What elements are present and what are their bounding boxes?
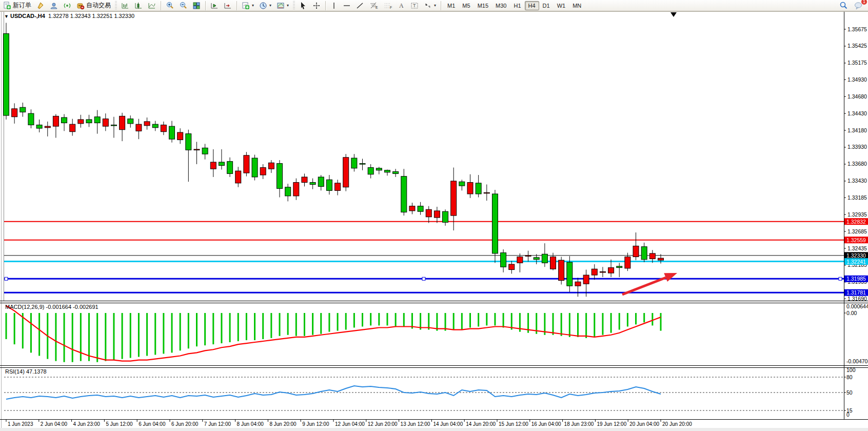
timeframe-m30[interactable]: M30: [492, 1, 510, 10]
tile-windows-button[interactable]: [190, 0, 203, 11]
vertical-line-button[interactable]: [328, 0, 340, 11]
new-order-button[interactable]: 新订单: [1, 0, 33, 11]
candle-body: [591, 269, 597, 275]
timeframe-d1[interactable]: D1: [539, 1, 554, 10]
toolbar-separator: [161, 1, 161, 10]
svg-text:F: F: [390, 6, 392, 9]
candle-body: [335, 183, 341, 190]
rsi-axis-label: 100: [846, 367, 856, 373]
autotrade-button[interactable]: 自动交易: [74, 0, 113, 11]
chart-shift-icon: [224, 2, 232, 10]
new-chart-icon: [242, 2, 250, 10]
text-button[interactable]: A: [396, 0, 407, 11]
zoom-in-icon: [166, 2, 174, 10]
rsi-label: RSI(14) 47.1378: [5, 368, 47, 375]
crosshair-button[interactable]: [310, 0, 323, 11]
grid-button[interactable]: F: [382, 0, 395, 11]
price-badge-label: 1.32241: [846, 259, 866, 265]
period-button[interactable]: ▾: [257, 0, 273, 11]
symbol-dropdown-icon[interactable]: ▼: [4, 14, 9, 19]
line-chart-icon: [148, 2, 156, 10]
horizontal-line-button[interactable]: [341, 0, 353, 11]
candle-body: [368, 168, 373, 174]
fibonacci-button[interactable]: E: [367, 0, 381, 11]
autotrade-icon: [76, 2, 85, 10]
timeframe-w1[interactable]: W1: [554, 1, 569, 10]
price-tick-label: 1.31690: [847, 296, 867, 302]
candle-body: [608, 268, 614, 273]
rsi-axis-label: 50: [846, 389, 853, 396]
autoscroll-icon: [210, 2, 219, 10]
candle-body: [277, 164, 283, 189]
text-label-button[interactable]: T: [408, 0, 421, 11]
toolbar-separator: [236, 1, 237, 10]
symbol-title-row[interactable]: ▼ USDCAD-,H4 1.32278 1.32343 1.32251 1.3…: [4, 13, 134, 19]
template-button[interactable]: ▾: [274, 0, 291, 11]
candle-body: [434, 211, 440, 218]
candle-body: [583, 275, 589, 284]
price-tick-label: 1.32935: [847, 211, 867, 218]
candle-body: [467, 183, 473, 194]
zoom-in-button[interactable]: [164, 0, 176, 11]
cursor-button[interactable]: [297, 0, 309, 11]
candle-body: [169, 126, 175, 139]
time-tick-label: 14 Jun 04:00: [433, 421, 463, 427]
trendline-button[interactable]: [354, 0, 366, 11]
candlestick-chart-button[interactable]: [132, 0, 145, 11]
candle-body: [401, 177, 407, 212]
profile-button[interactable]: [48, 0, 60, 11]
time-tick-label: 6 Jun 04:00: [139, 421, 166, 427]
macd-label: MACD(12,26,9) -0.001664 -0.002691: [5, 304, 98, 310]
candle-body: [62, 117, 67, 123]
timeframe-m1[interactable]: M1: [444, 1, 459, 10]
candle-body: [20, 107, 26, 112]
main-toolbar: 新订单 自动交易 ▾ ▾ ▾ E F A T ▾ M1M5M15M30H1H4D…: [0, 0, 868, 11]
timeframe-m5[interactable]: M5: [459, 1, 474, 10]
time-tick-label: 6 Jun 20:00: [171, 421, 199, 427]
hline-handle[interactable]: [839, 277, 842, 280]
candle-body: [70, 124, 75, 131]
candle-body: [326, 180, 332, 190]
candle-body: [409, 206, 415, 211]
candle-body: [393, 171, 399, 173]
candle-body: [186, 134, 191, 150]
timeframe-h1[interactable]: H1: [510, 1, 524, 10]
price-badge-label: 1.31781: [846, 289, 866, 296]
price-tick-label: 1.32685: [847, 228, 867, 234]
time-tick-label: 9 Jun 12:00: [302, 421, 329, 427]
candle-body: [152, 124, 158, 128]
chart-canvas[interactable]: 1.356751.354251.351751.349301.346801.344…: [0, 0, 868, 431]
timeframe-m15[interactable]: M15: [474, 1, 492, 10]
hline-handle[interactable]: [422, 277, 425, 280]
search-button[interactable]: [837, 0, 850, 11]
template-icon: [277, 2, 285, 10]
signals-button[interactable]: [61, 0, 73, 11]
hline-handle[interactable]: [5, 277, 8, 280]
candle-body: [293, 183, 299, 196]
grid-icon: F: [384, 2, 393, 10]
price-tick-label: 1.33680: [847, 161, 867, 167]
candle-body: [202, 148, 208, 154]
zoom-out-button[interactable]: [177, 0, 189, 11]
chat-button[interactable]: 1: [852, 0, 865, 11]
horizontal-line-icon: [343, 2, 351, 10]
arrows-button[interactable]: ▾: [422, 0, 438, 11]
price-badge-label: 1.32330: [846, 252, 866, 259]
search-icon: [839, 1, 848, 10]
chart-shift-button[interactable]: [222, 0, 234, 11]
timeframe-h4[interactable]: H4: [525, 1, 539, 10]
new-chart-button[interactable]: ▾: [240, 0, 256, 11]
price-tick-label: 1.33430: [847, 178, 867, 184]
crosshair-icon: [312, 2, 321, 10]
autoscroll-button[interactable]: [208, 0, 221, 11]
line-chart-button[interactable]: [146, 0, 158, 11]
alerts-icon-button[interactable]: [34, 0, 47, 11]
quote-open: 1.32278: [48, 13, 69, 19]
candle-body: [78, 120, 84, 124]
price-tick-label: 1.34680: [847, 93, 867, 100]
price-tick-label: 1.33185: [847, 194, 867, 201]
vertical-line-icon: [330, 2, 338, 10]
bar-chart-button[interactable]: [119, 0, 131, 11]
timeframe-mn[interactable]: MN: [569, 1, 585, 10]
time-tick-label: 19 Jun 12:00: [597, 421, 626, 427]
